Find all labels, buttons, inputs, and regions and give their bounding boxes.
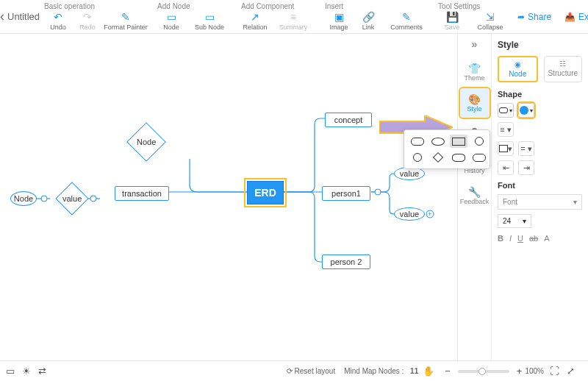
structure-icon: ☷ (559, 60, 566, 68)
node-concept[interactable]: concept (325, 113, 372, 127)
indent-right-button[interactable]: ⇥ (518, 160, 534, 175)
font-size-select[interactable]: 24▾ (498, 214, 531, 228)
node-person2[interactable]: person 2 (322, 254, 370, 269)
shape-ellipse[interactable] (429, 135, 447, 148)
fit-icon[interactable]: ⛶ (550, 366, 559, 377)
wrench-icon: 🔧 (468, 186, 481, 198)
back-button[interactable]: ‹ (0, 9, 4, 24)
tab-feedback[interactable]: 🔧Feedback (460, 181, 490, 210)
shape-circle[interactable] (470, 135, 488, 148)
strike-button[interactable]: ab (529, 234, 538, 243)
redo-icon: ↷ (83, 11, 92, 23)
share-button[interactable]: ➦Share (517, 12, 551, 22)
zoom-slider[interactable] (458, 370, 509, 373)
font-color-button[interactable]: A (544, 234, 549, 243)
zoom-level[interactable]: 100% (525, 367, 544, 375)
comments-icon: ✎ (402, 11, 411, 23)
swap-icon[interactable]: ⇄ (38, 366, 46, 377)
shape-diamond[interactable] (429, 151, 447, 164)
image-icon: ▣ (334, 11, 344, 23)
group-insert: Insert ▣Image 🔗Link ✎Comments (320, 0, 434, 33)
undo-icon: ↶ (54, 11, 62, 23)
tab-style[interactable]: 🎨Style (460, 88, 490, 118)
node-icon: ◉ (514, 60, 521, 68)
node-erd-root[interactable]: ERD (247, 181, 284, 204)
fullscreen-icon[interactable]: ⤢ (567, 366, 575, 377)
node-transaction[interactable]: transaction (115, 186, 169, 201)
save-button[interactable]: 💾Save (438, 11, 466, 31)
shape-picker-button[interactable]: ▾ (498, 103, 514, 118)
svg-point-7 (426, 210, 434, 218)
svg-text:+: + (428, 210, 431, 218)
indent-left-button[interactable]: ⇤ (498, 160, 514, 175)
group-label: Add Component (241, 2, 316, 10)
group-label: Insert (325, 2, 429, 10)
shirt-icon: 👕 (468, 63, 481, 74)
image-button[interactable]: ▣Image (325, 11, 353, 31)
relation-button[interactable]: ↗Relation (241, 11, 269, 31)
tab-theme[interactable]: 👕Theme (460, 57, 490, 87)
node-count: Mind Map Nodes : 11 (344, 367, 418, 375)
node-diamond-value[interactable]: value (55, 182, 88, 215)
group-add-node: Add Node ▭Node ▭Sub Node (153, 0, 237, 33)
group-label: Add Node (157, 2, 232, 10)
main-area: + Node value transaction Node ERD concep… (0, 34, 588, 360)
panel-title: Style (498, 40, 582, 50)
shape-picker-popup (404, 129, 490, 169)
status-bar: ▭ ☀ ⇄ ⟳Reset layout Mind Map Nodes : 11 … (0, 360, 588, 381)
font-section-label: Font (498, 181, 582, 190)
node-ellipse-left[interactable]: Node (10, 191, 37, 206)
sidebar-tab-col: » 👕Theme 🎨Style ☻Format ⟲History 🔧Feedba… (458, 34, 492, 360)
sidebar-collapse-button[interactable]: » (472, 38, 478, 50)
format-painter-button[interactable]: ✎Format Painter (103, 11, 148, 31)
node-button[interactable]: ▭Node (157, 11, 185, 31)
sun-icon[interactable]: ☀ (22, 366, 31, 377)
collapse-icon: ⇲ (486, 11, 495, 23)
shape-rounded2[interactable] (470, 151, 488, 164)
shape-rounded-rect[interactable] (409, 135, 426, 148)
shape-rect[interactable] (450, 135, 467, 148)
underline-button[interactable]: U (517, 234, 523, 243)
group-label: Tool Settings (438, 2, 513, 10)
comments-button[interactable]: ✎Comments (384, 11, 429, 31)
subtab-structure[interactable]: ☷Structure (544, 56, 583, 82)
relation-icon: ↗ (251, 11, 259, 23)
palette-icon: 🎨 (468, 93, 481, 105)
pan-icon[interactable]: ✋ (423, 366, 434, 377)
svg-point-5 (90, 196, 96, 202)
reset-layout-button[interactable]: ⟳Reset layout (287, 367, 336, 375)
sub-node-icon: ▭ (205, 11, 215, 23)
summary-button[interactable]: ≡Summary (270, 11, 316, 31)
shape-circle2[interactable] (409, 151, 426, 164)
presentation-icon[interactable]: ▭ (6, 366, 15, 377)
line-style-button[interactable]: ≡ ▾ (498, 122, 514, 137)
undo-button[interactable]: ↶Undo (44, 11, 72, 31)
subtab-node[interactable]: ◉Node (498, 56, 538, 82)
fill-color-button[interactable]: ▾ (518, 103, 534, 118)
bold-button[interactable]: B (498, 234, 503, 243)
topbar-right: ➦Share 📤Export (517, 12, 588, 22)
svg-point-4 (41, 196, 47, 202)
export-button[interactable]: 📤Export (564, 12, 588, 22)
document-title[interactable]: Untitled (7, 11, 40, 22)
border-width-button[interactable]: = ▾ (518, 141, 534, 156)
share-icon: ➦ (517, 12, 525, 22)
redo-button[interactable]: ↷Redo (74, 11, 101, 31)
summary-icon: ≡ (290, 11, 296, 23)
shape-capsule[interactable] (450, 151, 467, 164)
italic-button[interactable]: I (509, 234, 512, 243)
sub-node-button[interactable]: ▭Sub Node (187, 11, 232, 31)
style-panel: Style ◉Node ☷Structure Shape ▾ ▾ ≡ ▾ ▾ =… (492, 34, 588, 360)
zoom-out-button[interactable]: − (445, 366, 451, 377)
font-family-select[interactable]: Font▾ (498, 194, 582, 210)
node-value2[interactable]: value (394, 207, 425, 221)
node-icon: ▭ (167, 11, 176, 23)
collapse-button[interactable]: ⇲Collapse (467, 11, 513, 31)
node-person1[interactable]: person1 (322, 186, 370, 201)
reset-icon: ⟳ (287, 367, 293, 375)
group-add-component: Add Component ↗Relation ≡Summary (237, 0, 320, 33)
node-diamond-node[interactable]: Node (126, 122, 166, 162)
zoom-in-button[interactable]: + (517, 366, 523, 377)
link-button[interactable]: 🔗Link (354, 11, 382, 31)
border-color-button[interactable]: ▾ (498, 141, 514, 156)
